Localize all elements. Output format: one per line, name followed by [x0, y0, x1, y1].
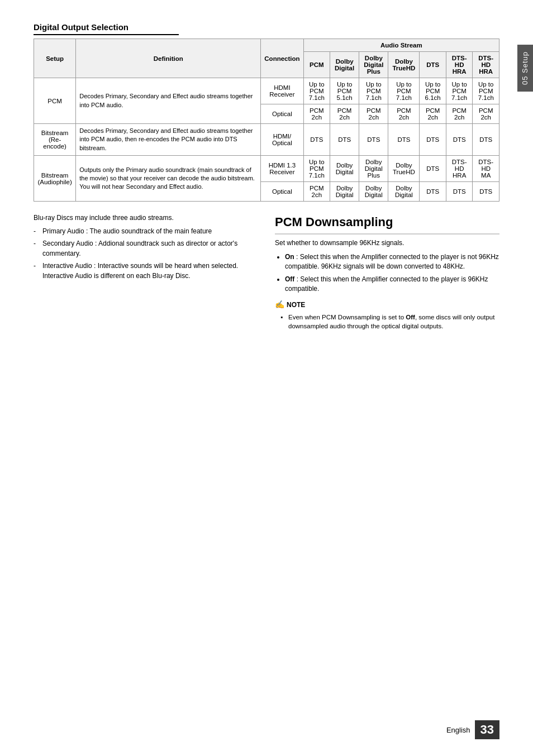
val-pcm-opt-dtshd2: PCM 2ch — [473, 104, 499, 124]
note-title: ✍ NOTE — [275, 299, 499, 310]
col-dolby-truehd: DolbyTrueHD — [388, 52, 420, 78]
conn-hdmi-optical: HDMI/Optical — [261, 124, 303, 156]
note-bold-off: Off — [406, 314, 415, 320]
val-pcm-hdmi-truehd: Up toPCM7.1ch — [388, 78, 420, 104]
val-au-hdmi-truehd: DolbyTrueHD — [388, 156, 420, 182]
val-pcm-opt-truehd: PCM 2ch — [388, 104, 420, 124]
val-pcm-hdmi-dts: Up toPCM6.1ch — [420, 78, 446, 104]
val-au-opt-pcm: PCM 2ch — [303, 182, 330, 202]
val-au-hdmi-dtshd2: DTS-HDMA — [473, 156, 499, 182]
val-pcm-opt-dts: PCM 2ch — [420, 104, 446, 124]
val-au-opt-dtshd: DTS — [446, 182, 473, 202]
side-tab: 05 Setup — [517, 45, 533, 92]
pcm-bullet-on: On : Select this when the Amplifier conn… — [285, 252, 499, 271]
page-footer: English 33 — [446, 720, 499, 739]
section-title: Digital Output Selection — [34, 22, 179, 35]
val-pcm-opt-dtshd: PCM 2ch — [446, 104, 473, 124]
conn-hdmi-receiver: HDMIReceiver — [261, 78, 303, 104]
col-dts-hd-hra2: DTS-HDHRA — [473, 52, 499, 78]
side-tab-label: 05 Setup — [521, 51, 529, 85]
val-re-truehd: DTS — [388, 124, 420, 156]
col-dolby-digital-plus: DolbyDigitalPlus — [359, 52, 388, 78]
table-row: PCM Decodes Primary, Secondary and Effec… — [34, 78, 499, 104]
val-pcm-hdmi-pcm: Up toPCM7.1ch — [303, 78, 330, 104]
def-pcm: Decodes Primary, Secondary and Effect au… — [76, 78, 261, 124]
note-list: Even when PCM Downsampling is set to Off… — [275, 313, 499, 331]
setup-bitstream-audiophile: Bitstream(Audiophile) — [34, 156, 76, 202]
val-au-opt-truehd: DolbyDigital — [388, 182, 420, 202]
val-pcm-hdmi-dtshd: Up toPCM7.1ch — [446, 78, 473, 104]
val-pcm-opt-dd: PCM 2ch — [330, 104, 359, 124]
off-label: Off — [285, 275, 294, 283]
col-dolby-digital: DolbyDigital — [330, 52, 359, 78]
val-au-hdmi-pcm: Up toPCM7.1ch — [303, 156, 330, 182]
val-au-opt-dd: DolbyDigital — [330, 182, 359, 202]
on-text: : Select this when the Amplifier connect… — [285, 253, 499, 270]
connection-header: Connection — [261, 39, 303, 78]
note-section: ✍ NOTE Even when PCM Downsampling is set… — [275, 299, 499, 331]
page-number: 33 — [475, 720, 499, 739]
note-label: NOTE — [287, 300, 305, 310]
val-re-dtshd2: DTS — [473, 124, 499, 156]
val-au-hdmi-dd: DolbyDigital — [330, 156, 359, 182]
conn-optical-au: Optical — [261, 182, 303, 202]
val-pcm-hdmi-dtshd2: Up toPCM7.1ch — [473, 78, 499, 104]
val-re-dd: DTS — [330, 124, 359, 156]
val-au-hdmi-dtshd: DTS-HDHRA — [446, 156, 473, 182]
val-au-opt-dts: DTS — [420, 182, 446, 202]
table-row: Bitstream(Re-encode) Decodes Primary, Se… — [34, 124, 499, 156]
on-label: On — [285, 253, 294, 261]
conn-optical-pcm: Optical — [261, 104, 303, 124]
val-au-opt-dtshd2: DTS — [473, 182, 499, 202]
audio-stream-header: Audio Stream — [303, 39, 499, 52]
val-pcm-hdmi-ddp: Up toPCM7.1ch — [359, 78, 388, 104]
list-item: Interactive Audio : Interactive sounds w… — [34, 261, 258, 281]
col-pcm: PCM — [303, 52, 330, 78]
note-item: Even when PCM Downsampling is set to Off… — [280, 313, 499, 331]
digital-output-table: Setup Definition Connection Audio Stream… — [34, 39, 499, 202]
val-pcm-hdmi-dd: Up toPCM5.1ch — [330, 78, 359, 104]
val-au-opt-ddp: DolbyDigital — [359, 182, 388, 202]
list-item: Secondary Audio : Addional soundtrack su… — [34, 238, 258, 259]
list-item: Primary Audio : The audio soundtrack of … — [34, 226, 258, 236]
setup-pcm: PCM — [34, 78, 76, 124]
col-dts-hd-hra: DTS-HDHRA — [446, 52, 473, 78]
pcm-bullet-off: Off : Select this when the Amplifier con… — [285, 275, 499, 294]
bottom-right-section: PCM Downsampling Set whether to downsamp… — [275, 213, 499, 331]
bottom-left-section: Blu-ray Discs may include three audio st… — [34, 213, 258, 331]
language-label: English — [446, 726, 470, 734]
bottom-content: Blu-ray Discs may include three audio st… — [34, 213, 499, 331]
val-re-ddp: DTS — [359, 124, 388, 156]
val-pcm-opt-ddp: PCM 2ch — [359, 104, 388, 124]
val-re-pcm: DTS — [303, 124, 330, 156]
val-re-dts: DTS — [420, 124, 446, 156]
col-dts: DTS — [420, 52, 446, 78]
def-bitstream-reencode: Decodes Primary, Secondary and Effect au… — [76, 124, 261, 156]
val-re-dtshd: DTS — [446, 124, 473, 156]
bluray-intro: Blu-ray Discs may include three audio st… — [34, 213, 258, 223]
val-au-hdmi-ddp: DolbyDigitalPlus — [359, 156, 388, 182]
conn-hdmi13: HDMI 1.3Receiver — [261, 156, 303, 182]
pcm-bullets-list: On : Select this when the Amplifier conn… — [275, 252, 499, 293]
def-bitstream-audiophile: Outputs only the Primary audio soundtrac… — [76, 156, 261, 202]
off-text: : Select this when the Amplifier connect… — [285, 275, 488, 293]
setup-bitstream-reencode: Bitstream(Re-encode) — [34, 124, 76, 156]
table-row: Bitstream(Audiophile) Outputs only the P… — [34, 156, 499, 182]
note-icon: ✍ — [275, 299, 284, 310]
definition-header: Definition — [76, 39, 261, 78]
val-pcm-opt-pcm: PCM 2ch — [303, 104, 330, 124]
audio-streams-list: Primary Audio : The audio soundtrack of … — [34, 226, 258, 281]
val-au-hdmi-dts: DTS — [420, 156, 446, 182]
setup-header: Setup — [34, 39, 76, 78]
pcm-description: Set whether to downsample 96KHz signals. — [275, 238, 499, 248]
pcm-downsampling-title: PCM Downsampling — [275, 213, 499, 235]
